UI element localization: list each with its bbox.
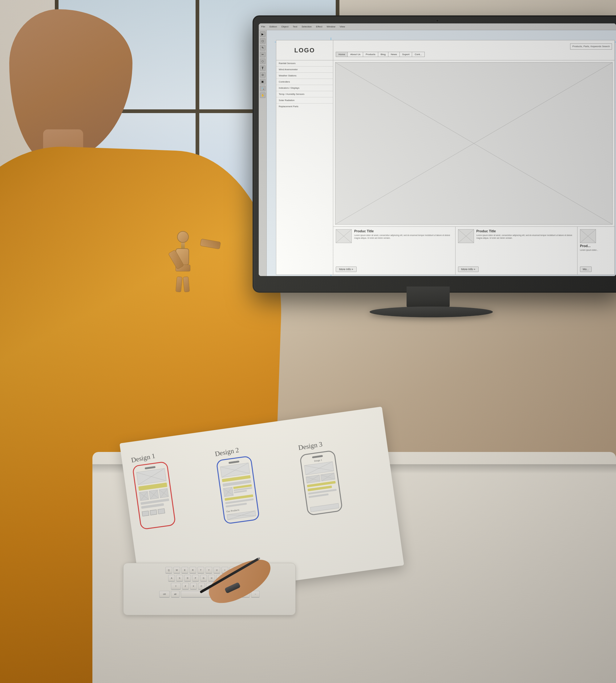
wf-logo-area: LOGO	[276, 40, 333, 60]
product-img-1	[336, 229, 352, 243]
wf-hero-img	[335, 62, 613, 225]
toolbar-selection[interactable]: Selection	[302, 25, 312, 28]
toolbar-object[interactable]: Object	[281, 25, 288, 28]
sidebar-temp[interactable]: Temp / Humidity Sensors	[276, 91, 333, 97]
key-a[interactable]: A	[168, 575, 175, 582]
tool-grid[interactable]: ▣	[260, 79, 265, 84]
monitor-base	[370, 307, 493, 317]
toolbar-file[interactable]: File	[261, 25, 265, 28]
wf-search-bar[interactable]: Products, Parts, Keywords Search	[570, 43, 612, 50]
tool-cut[interactable]: ✂	[260, 52, 265, 57]
product-img-x-2	[458, 229, 474, 243]
tool-shape[interactable]: ⬡	[260, 59, 265, 64]
product-img-2	[458, 229, 474, 243]
phone-2-notch	[228, 461, 239, 464]
svg-line-15	[159, 489, 169, 498]
key-w[interactable]: W	[173, 567, 180, 574]
tool-zoom[interactable]: 🔍	[260, 86, 265, 91]
sidebar-weather[interactable]: Weather Stations	[276, 73, 333, 79]
wooden-mannequin	[176, 231, 190, 271]
key-ctrl[interactable]: ctrl	[159, 591, 170, 598]
nav-blog[interactable]: Blog	[378, 52, 389, 57]
phone-3-img-x	[305, 462, 334, 475]
wf-products-row: Produc Title Lorem ipsum dolor sit amet,…	[333, 227, 614, 274]
tool-hand[interactable]: ✋	[260, 92, 265, 98]
key-z[interactable]: Z	[182, 583, 189, 590]
nav-news[interactable]: News	[388, 52, 400, 57]
phone-3-icon-2	[321, 472, 335, 481]
sidebar-rainfall[interactable]: Rainfall Sensors	[276, 60, 333, 67]
phone-3-icon-x-1	[306, 475, 320, 483]
wf-nav-bar: Home About Us Products Blog News Suport …	[336, 52, 612, 57]
tool-select[interactable]: ▶	[260, 31, 265, 37]
hand-holding-pen	[200, 551, 292, 597]
sidebar-solar[interactable]: Solar Radiation	[276, 97, 333, 104]
toolbar-window[interactable]: Window	[327, 25, 335, 28]
product-3-desc: Lorem ipsum dolor...	[580, 249, 612, 251]
phone-icon-2	[149, 490, 159, 500]
wf-product-card-1: Produc Title Lorem ipsum dolor sit amet,…	[333, 227, 456, 274]
svg-line-23	[305, 462, 334, 475]
sidebar-controllers[interactable]: Controllers	[276, 79, 333, 85]
wf-main-content: Produc Title Lorem ipsum dolor sit amet,…	[333, 60, 614, 274]
key-d[interactable]: D	[184, 575, 191, 582]
product-img-3	[580, 229, 596, 243]
sketch-phone-2: Our Products	[216, 455, 260, 524]
tools-panel: ▶ ◻ ✎ ✂ ⬡ T ⊙ ▣ 🔍 ✋	[259, 30, 267, 276]
icon-x-3	[159, 489, 169, 498]
key-e[interactable]: E	[181, 567, 188, 574]
nav-contact[interactable]: Cont...	[412, 52, 425, 57]
nav-support[interactable]: Suport	[399, 52, 412, 57]
mail-icon-3	[158, 508, 165, 514]
product-1-more-info[interactable]: More Info »	[336, 266, 357, 272]
phone-icon-1	[139, 491, 149, 501]
sketch-design-3: Design 3 Image 1	[298, 432, 394, 571]
wf-hero	[333, 60, 614, 227]
sketch-phone-3: Image 1	[300, 450, 343, 516]
nav-products[interactable]: Products	[363, 52, 378, 57]
toolbar-effect[interactable]: Effect	[316, 25, 322, 28]
monitor-camera	[436, 19, 439, 22]
key-q[interactable]: Q	[166, 567, 172, 574]
sidebar-indicators[interactable]: Indicators / Displays	[276, 85, 333, 91]
tool-pen[interactable]: ✎	[260, 45, 265, 50]
phone-3-bottom	[310, 503, 339, 512]
svg-line-19	[223, 487, 233, 497]
svg-line-9	[137, 468, 166, 485]
wf-body: Rainfall Sensors Wind Anemometer Weather…	[276, 60, 614, 274]
key-shift[interactable]: ⇧	[171, 583, 181, 590]
phone-1-img	[136, 468, 167, 485]
hero-x-lines	[335, 63, 612, 224]
sidebar-replacement[interactable]: Replacement Parts	[276, 104, 333, 109]
monitor-screen: File Edition Object Text Selection Effec…	[259, 23, 616, 276]
product-2-more-info[interactable]: More Info »	[458, 266, 479, 272]
app-toolbar[interactable]: File Edition Object Text Selection Effec…	[259, 23, 616, 30]
nav-home[interactable]: Home	[336, 52, 348, 57]
product-2-title: Produc Title	[477, 229, 575, 233]
monitor-body: File Edition Object Text Selection Effec…	[252, 16, 616, 293]
key-f[interactable]: F	[192, 575, 199, 582]
key-alt[interactable]: alt	[171, 591, 180, 598]
product-3-btn-wrap: Mo...	[580, 266, 612, 272]
tool-circle[interactable]: ⊙	[260, 72, 265, 78]
mail-icon-1	[142, 510, 149, 516]
sidebar-wind[interactable]: Wind Anemometer	[276, 67, 333, 73]
toolbar-text[interactable]: Text	[292, 25, 297, 28]
product-1-desc: Lorem ipsum dolor sit amet, consectetur …	[354, 234, 453, 239]
toolbar-view[interactable]: View	[340, 25, 345, 28]
monitor-bezel-top	[254, 17, 616, 22]
toolbar-edition[interactable]: Edition	[269, 25, 277, 28]
tool-rect[interactable]: ◻	[260, 38, 265, 44]
icon-x-1	[139, 491, 149, 500]
key-x[interactable]: X	[190, 583, 197, 590]
key-r[interactable]: R	[190, 567, 196, 574]
nav-about[interactable]: About Us	[347, 52, 363, 57]
key-s[interactable]: S	[176, 575, 183, 582]
wf-header-right: Products, Parts, Keywords Search Home Ab…	[333, 40, 614, 60]
sketch-3-title: Design 3	[298, 432, 377, 452]
product-3-more-info[interactable]: Mo...	[580, 266, 592, 272]
icon-x-2	[149, 490, 159, 499]
svg-line-11	[139, 491, 149, 500]
sketch-phone-1	[132, 461, 176, 530]
tool-text[interactable]: T	[260, 65, 265, 71]
